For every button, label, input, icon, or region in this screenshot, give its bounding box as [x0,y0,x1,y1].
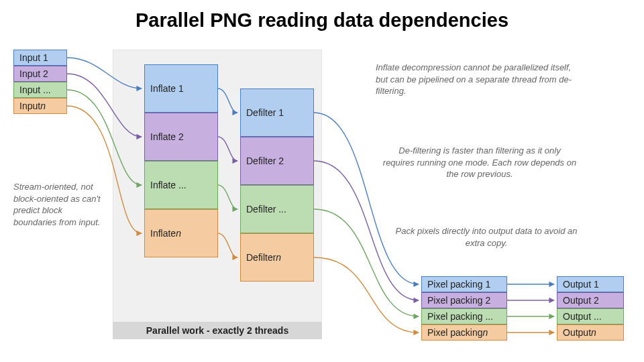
diagram-title: Parallel PNG reading data dependencies [0,9,644,32]
inflate-dots: Inflate ... [144,161,218,209]
note-pack: Pack pixels directly into output data to… [389,225,584,249]
input-dots: Input ... [13,82,67,98]
pixelpack-2: Pixel packing 2 [421,292,507,308]
output-1: Output 1 [557,276,624,292]
defilter-n: Defilter n [240,233,314,282]
note-inflate: Inflate decompression cannot be parallel… [376,62,577,97]
parallel-caption: Parallel work - exactly 2 threads [113,322,322,339]
note-defilter: De-filtering is faster than filtering as… [382,145,577,180]
pixelpack-1: Pixel packing 1 [421,276,507,292]
input-2: Input 2 [13,66,67,82]
output-2: Output 2 [557,292,624,308]
inflate-n: Inflate n [144,209,218,257]
output-dots: Output ... [557,308,624,324]
output-n: Output n [557,324,624,341]
pixelpack-dots: Pixel packing ... [421,308,507,324]
input-n: Input n [13,98,67,114]
input-1: Input 1 [13,50,67,66]
defilter-dots: Defilter ... [240,185,314,233]
inflate-1: Inflate 1 [144,64,218,113]
note-stream: Stream-oriented, not block-oriented as c… [13,181,107,228]
defilter-2: Defilter 2 [240,137,314,185]
inflate-2: Inflate 2 [144,113,218,161]
defilter-1: Defilter 1 [240,88,314,137]
pixelpack-n: Pixel packing n [421,324,507,341]
